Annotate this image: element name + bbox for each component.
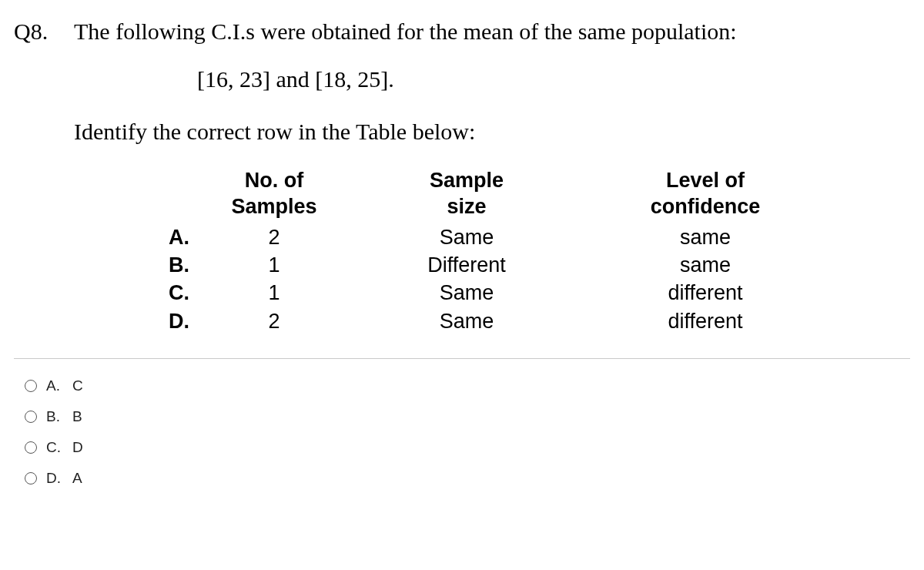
option-value: A — [72, 470, 82, 487]
question-body: The following C.I.s were obtained for th… — [74, 15, 910, 335]
answer-options: A. C B. B C. D D. A — [14, 377, 910, 487]
option-letter: B. — [46, 408, 63, 425]
question-prompt: The following C.I.s were obtained for th… — [74, 15, 910, 48]
table-header: No. of Samples Sample size Level of conf… — [143, 168, 836, 220]
row-label: C. — [143, 279, 205, 307]
option-value: B — [72, 408, 82, 425]
question-block: Q8. The following C.I.s were obtained fo… — [14, 15, 910, 335]
table-row: A. 2 Same same — [143, 223, 836, 251]
option-value: D — [72, 439, 83, 456]
option-letter: C. — [46, 439, 63, 456]
question-intervals: [16, 23] and [18, 25]. — [197, 63, 910, 96]
option-a[interactable]: A. C — [25, 377, 910, 394]
row-label: A. — [143, 223, 205, 251]
radio-icon — [25, 411, 37, 423]
option-d[interactable]: D. A — [25, 470, 910, 487]
table-row: D. 2 Same different — [143, 307, 836, 335]
option-b[interactable]: B. B — [25, 408, 910, 425]
option-value: C — [72, 377, 83, 394]
header-samples: No. of Samples — [205, 168, 343, 220]
row-label: B. — [143, 251, 205, 279]
option-letter: D. — [46, 470, 63, 487]
radio-icon — [25, 441, 37, 454]
option-letter: A. — [46, 377, 63, 394]
question-instruction: Identify the correct row in the Table be… — [74, 116, 910, 148]
option-c[interactable]: C. D — [25, 439, 910, 456]
table-row: C. 1 Same different — [143, 279, 836, 307]
table-row: B. 1 Different same — [143, 251, 836, 279]
radio-icon — [25, 380, 37, 392]
divider — [14, 358, 910, 359]
header-confidence: Level of confidence — [590, 168, 821, 220]
header-size: Sample size — [343, 168, 590, 220]
row-label: D. — [143, 307, 205, 335]
answer-table: No. of Samples Sample size Level of conf… — [143, 168, 836, 335]
radio-icon — [25, 472, 37, 484]
question-number: Q8. — [14, 15, 59, 335]
